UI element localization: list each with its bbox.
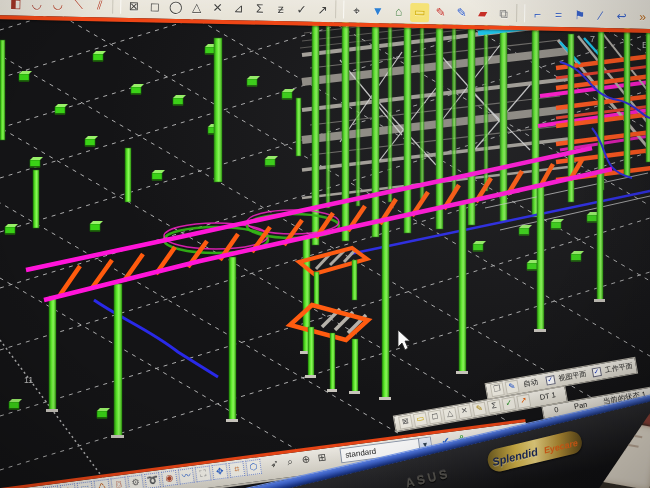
shade-icon[interactable]: ▨ [507, 0, 526, 1]
snap-sum-icon[interactable]: Σ [487, 399, 502, 414]
flag-icon[interactable]: ⚑ [570, 6, 589, 25]
snap-square-icon[interactable]: ◻ [145, 0, 164, 17]
pen-red-icon[interactable]: ✎ [431, 3, 450, 22]
snap-line-icon[interactable]: ƶ [271, 0, 290, 19]
model-footings[interactable] [5, 44, 600, 419]
hex-icon[interactable]: ⬡ [245, 459, 262, 476]
view-tool-icons: ➶⌕⊕⊞ [265, 448, 331, 473]
wave-icon[interactable]: 〰 [178, 468, 195, 485]
svg-text:7: 7 [590, 34, 595, 44]
undo-icon[interactable]: ↩ [612, 7, 631, 26]
frame-icon[interactable]: ⛶ [195, 466, 212, 483]
recycle-icon[interactable]: ♺ [94, 479, 111, 488]
note-icon[interactable]: ▭ [410, 3, 429, 22]
pen-blue-icon[interactable]: ✎ [452, 4, 471, 23]
snap-square-icon[interactable]: ◻ [428, 409, 443, 424]
gear-icon[interactable]: ⚙ [127, 474, 144, 488]
separator [112, 0, 121, 14]
column-tool-icon[interactable]: ◧ [6, 0, 25, 14]
snap-cross-icon[interactable]: ✕ [457, 404, 472, 419]
snap-points-icon[interactable]: ⊠ [398, 415, 413, 430]
bracket-icon[interactable]: ⌐ [528, 5, 547, 24]
weld-icon[interactable]: ⌼ [110, 477, 127, 488]
fast-forward-icon[interactable]: » [633, 8, 650, 27]
home-icon[interactable]: ⌂ [389, 2, 408, 21]
sticker-text-primary: Splendid [491, 445, 539, 468]
snap-circle-icon[interactable]: ◯ [166, 0, 185, 17]
hatch-tool-icon[interactable]: ⫽ [90, 0, 109, 16]
snap-check-icon[interactable]: ✓ [501, 396, 516, 411]
separator [335, 0, 344, 18]
mouse-cursor [398, 330, 410, 350]
filter-icon[interactable]: ▼ [368, 2, 387, 21]
views-icon[interactable]: ⊞ [314, 450, 330, 466]
target-icon[interactable]: ◉ [161, 470, 178, 487]
slash-icon[interactable]: ∕ [591, 7, 610, 26]
arc-tool-icon[interactable]: ◡ [48, 0, 67, 15]
snap-arrow-icon[interactable]: ➚ [516, 394, 531, 409]
model-left-columns[interactable] [0, 38, 301, 228]
mesh-icon[interactable]: ⌗ [228, 461, 245, 478]
svg-text:11: 11 [24, 375, 33, 385]
model-platforms[interactable] [290, 248, 368, 394]
snap-points-icon[interactable]: ⊠ [124, 0, 143, 16]
bolt-icon[interactable]: ✣ [60, 483, 77, 488]
snap-note-icon[interactable]: ▭ [413, 412, 428, 427]
find-icon[interactable]: ⌖ [347, 2, 366, 21]
separator [516, 4, 525, 22]
dt-indicator: DT 1 [539, 391, 556, 403]
snap-pen-icon[interactable]: ✎ [472, 402, 487, 417]
snap-check-icon[interactable]: ✓ [292, 0, 311, 19]
plate-icon[interactable]: ⬚ [77, 481, 94, 488]
brush-icon[interactable]: ✎ [505, 380, 520, 395]
copy-icon[interactable]: ⧉ [494, 5, 513, 24]
view-plane-label: 视图平面 [558, 370, 587, 382]
photo-of-monitor: 3 7 7 E 11 [0, 0, 650, 488]
equals-icon[interactable]: = [549, 6, 568, 25]
hatch-icon[interactable]: ▥ [486, 0, 505, 1]
snap-sum-icon[interactable]: Σ [250, 0, 269, 19]
count-indicator: 0 [553, 405, 559, 415]
beam-tool-icon[interactable]: ◡ [27, 0, 46, 14]
snap-perpendicular-icon[interactable]: ⊿ [229, 0, 248, 18]
pan-icon[interactable]: ⊕ [298, 452, 314, 468]
work-plane-checkbox[interactable]: ✓ [591, 367, 601, 377]
snap-triangle-icon[interactable]: △ [187, 0, 206, 18]
slant-tool-icon[interactable]: ⟍ [69, 0, 88, 15]
work-plane-label: 工作平面 [604, 362, 633, 374]
zoom-icon[interactable]: ⌕ [282, 454, 298, 470]
snap-arrow-icon[interactable]: ↗ [313, 1, 332, 20]
snap-triangle-icon[interactable]: △ [442, 407, 457, 422]
loop-icon[interactable]: ➰ [144, 472, 161, 488]
snap-cross-icon[interactable]: ✕ [208, 0, 227, 18]
auto-label: 自动 [522, 377, 539, 389]
asus-logo: ASUS [404, 466, 451, 488]
move-icon[interactable]: ✥ [212, 463, 229, 480]
fill-red-icon[interactable]: ▰ [473, 4, 492, 23]
sticker-text-secondary: Eyecare [543, 438, 579, 456]
window-icon[interactable]: ❐ [490, 382, 505, 397]
view-plane-checkbox[interactable]: ✓ [545, 375, 555, 385]
fly-icon[interactable]: ➶ [267, 456, 283, 472]
